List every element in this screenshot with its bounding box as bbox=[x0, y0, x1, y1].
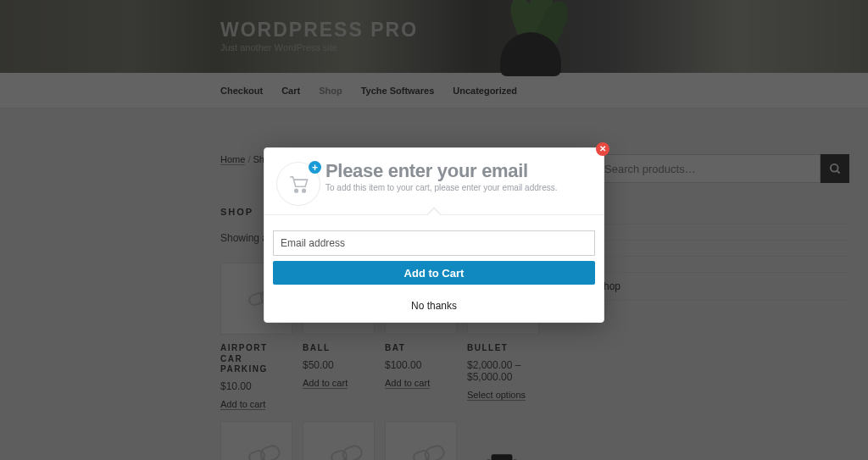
modal-title: Please enter your email bbox=[326, 160, 557, 182]
modal-subtitle: To add this item to your cart, please en… bbox=[326, 183, 557, 192]
modal-divider bbox=[264, 214, 604, 215]
modal-close-button[interactable]: ✕ bbox=[596, 142, 609, 156]
no-thanks-link[interactable]: No thanks bbox=[273, 300, 595, 312]
email-input[interactable] bbox=[273, 230, 595, 256]
cart-badge-plus-icon: + bbox=[309, 161, 321, 174]
svg-point-7 bbox=[295, 189, 298, 192]
close-icon: ✕ bbox=[599, 145, 606, 153]
cart-icon-container: + bbox=[276, 162, 320, 206]
svg-point-8 bbox=[303, 189, 306, 192]
modal-body: Add to Cart No thanks bbox=[264, 227, 604, 322]
add-to-cart-button[interactable]: Add to Cart bbox=[273, 261, 595, 285]
modal-header: + Please enter your email To add this it… bbox=[264, 148, 604, 214]
cart-icon bbox=[287, 173, 310, 195]
page: WORDPRESS PRO Just another WordPress sit… bbox=[0, 0, 868, 460]
email-capture-modal: ✕ + Please enter your email To add this … bbox=[264, 147, 604, 323]
